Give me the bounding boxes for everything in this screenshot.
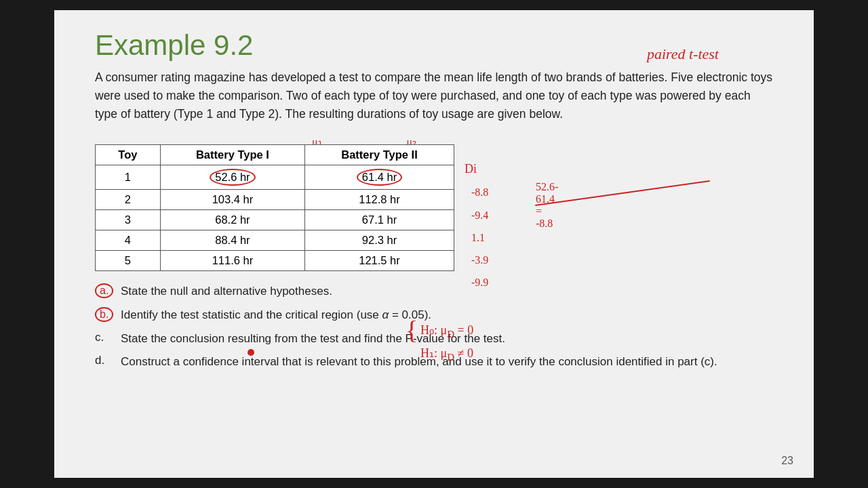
- cell-toy: 5: [96, 251, 161, 271]
- di-val-2: -9.4: [471, 204, 488, 226]
- circled-value: 61.4 hr: [357, 169, 402, 186]
- cell-toy: 4: [96, 230, 161, 251]
- cell-toy: 1: [96, 165, 161, 190]
- q-text-a: State the null and alternative hypothese…: [121, 283, 332, 300]
- cell-b1: 111.6 hr: [160, 251, 304, 271]
- cell-b2: 61.4 hr: [305, 165, 454, 190]
- cell-b2: 67.1 hr: [305, 210, 454, 230]
- q-text-b: Identify the test statistic and the crit…: [121, 307, 431, 324]
- question-a: a. State the null and alternative hypoth…: [95, 283, 773, 300]
- table-row: 3 68.2 hr 67.1 hr: [96, 210, 454, 230]
- table-row: 1 52.6 hr 61.4 hr: [96, 165, 454, 190]
- col-header-battery2: Battery Type II: [305, 145, 454, 165]
- table-wrapper: μ₁ μ₂ Toy Battery Type I Battery Type II…: [95, 136, 773, 274]
- table-row: 4 88.4 hr 92.3 hr: [96, 230, 454, 251]
- cell-b2: 92.3 hr: [305, 230, 454, 251]
- cell-toy: 2: [96, 190, 161, 210]
- cell-b2: 121.5 hr: [305, 251, 454, 271]
- cell-b1: 88.4 hr: [160, 230, 304, 251]
- strikethrough-line: [535, 180, 710, 206]
- handwritten-annotation: paired t-test: [647, 45, 719, 63]
- di-values: -8.8 -9.4 1.1 -3.9 -9.9: [471, 181, 488, 293]
- table-row: 5 111.6 hr 121.5 hr: [96, 251, 454, 271]
- di-equation: 52.6-61.4 = -8.8: [536, 181, 558, 230]
- q-label-d: d.: [95, 354, 121, 367]
- col-header-toy: Toy: [96, 145, 161, 165]
- di-val-3: 1.1: [471, 226, 488, 249]
- hypotheses-block: { H₀: μD = 0 H₁: μD ≠ 0: [420, 320, 473, 366]
- cell-b2: 112.8 hr: [305, 190, 454, 210]
- di-val-1: -8.8: [471, 181, 488, 203]
- cell-b1: 68.2 hr: [160, 210, 304, 230]
- cursor-dot: [248, 349, 254, 356]
- q-label-a-circled: a.: [95, 283, 113, 298]
- di-header: Di: [465, 162, 477, 176]
- page-number: 23: [781, 455, 793, 467]
- slide-paragraph: A consumer rating magazine has developed…: [95, 68, 773, 123]
- cell-b1: 103.4 hr: [160, 190, 304, 210]
- table-row: 2 103.4 hr 112.8 hr: [96, 190, 454, 210]
- q-label-c: c.: [95, 331, 121, 344]
- circled-value: 52.6 hr: [210, 169, 255, 186]
- cell-toy: 3: [96, 210, 161, 230]
- col-header-battery1: Battery Type I: [160, 145, 304, 165]
- slide: Example 9.2 paired t-test A consumer rat…: [54, 10, 814, 478]
- q-label-b-circled: b.: [95, 307, 113, 322]
- di-val-5: -9.9: [471, 271, 488, 293]
- di-val-4: -3.9: [471, 249, 488, 271]
- q-label-a: a.: [95, 283, 121, 298]
- data-table: Toy Battery Type I Battery Type II 1 52.…: [95, 144, 454, 271]
- h0-hypothesis: H₀: μD = 0: [420, 320, 473, 343]
- cell-b1: 52.6 hr: [160, 165, 304, 190]
- q-text-d: Construct a confidence interval that is …: [121, 354, 717, 371]
- q-label-b: b.: [95, 307, 121, 322]
- h1-hypothesis: H₁: μD ≠ 0: [420, 343, 473, 366]
- brace-symbol: {: [406, 317, 418, 343]
